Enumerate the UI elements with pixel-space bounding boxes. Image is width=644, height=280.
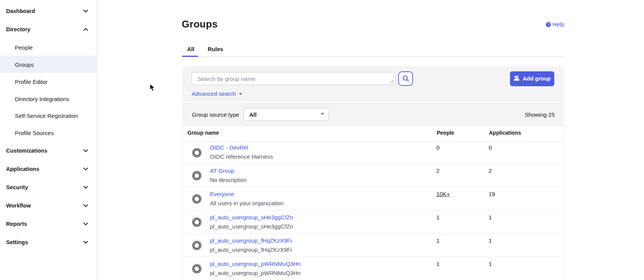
svg-text:?: ? <box>547 23 549 26</box>
